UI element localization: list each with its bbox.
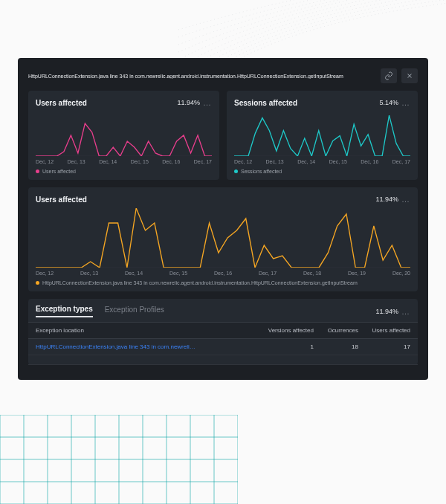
card-stat: 11.94%: [177, 99, 200, 106]
users-affected-wide-card: Users affected 11.94% … Dec, 12Dec, 13De…: [28, 187, 418, 291]
legend: Users affected: [36, 169, 212, 174]
cell-users: 17: [358, 343, 410, 350]
users-chart: [36, 112, 212, 156]
panel-title: HttpURLConnectionExtension.java line 343…: [28, 74, 376, 79]
xaxis-label: Dec, 17: [392, 159, 410, 164]
legend-dot: [234, 169, 238, 173]
xaxis-label: Dec, 20: [392, 271, 410, 276]
xaxis-label: Dec, 15: [329, 159, 347, 164]
card-more-button[interactable]: …: [401, 195, 410, 204]
tab-stat: 11.94%: [375, 308, 398, 315]
exception-location-link[interactable]: HttpURLConnectionExtension.java line 343…: [36, 343, 254, 350]
legend-label: Users affected: [42, 169, 76, 174]
legend: HttpURLConnectionExtension.java line 343…: [36, 280, 410, 285]
xaxis-label: Dec, 14: [297, 159, 315, 164]
xaxis-label: Dec, 18: [303, 271, 321, 276]
xaxis-label: Dec, 16: [361, 159, 378, 164]
panel-header: HttpURLConnectionExtension.java line 343…: [28, 68, 418, 83]
card-title: Users affected: [36, 196, 375, 204]
legend-label: HttpURLConnectionExtension.java line 343…: [42, 280, 358, 285]
link-button[interactable]: [381, 68, 397, 83]
cell-versions: 1: [254, 343, 314, 350]
xaxis-label: Dec, 13: [68, 159, 85, 164]
users-wide-chart: [36, 208, 410, 268]
legend-label: Sessions affected: [241, 169, 282, 174]
table-row[interactable]: HttpURLConnectionExtension.java line 343…: [28, 339, 418, 355]
xaxis-label: Dec, 12: [36, 159, 54, 164]
table-row: [28, 355, 418, 365]
col-header-occurrences: Ocurrences: [314, 327, 358, 334]
background-grid-decoration: [0, 415, 238, 504]
table-header: Exception location Versions affected Ocu…: [28, 322, 418, 339]
card-title: Users affected: [36, 99, 177, 107]
card-stat: 11.94%: [375, 196, 398, 203]
col-header-versions: Versions affected: [254, 327, 314, 334]
card-stat: 5.14%: [379, 99, 398, 106]
xaxis-label: Dec, 15: [131, 159, 149, 164]
xaxis-label: Dec, 15: [169, 271, 187, 276]
sessions-affected-card: Sessions affected 5.14% … Dec, 12Dec, 13…: [227, 91, 418, 180]
legend-dot: [36, 169, 39, 173]
exception-table-card: Exception types Exception Profiles 11.94…: [28, 299, 418, 365]
col-header-location: Exception location: [36, 327, 254, 334]
legend-dot: [36, 281, 39, 285]
close-icon: [406, 72, 413, 80]
xaxis-label: Dec, 12: [234, 159, 252, 164]
xaxis-label: Dec, 17: [194, 159, 212, 164]
card-more-button[interactable]: …: [401, 307, 410, 316]
link-icon: [384, 71, 393, 80]
xaxis-label: Dec, 13: [266, 159, 284, 164]
xaxis-label: Dec, 14: [99, 159, 117, 164]
dashboard-panel: HttpURLConnectionExtension.java line 343…: [18, 58, 428, 380]
xaxis-label: Dec, 13: [80, 271, 98, 276]
xaxis-label: Dec, 14: [125, 271, 143, 276]
close-button[interactable]: [401, 68, 418, 83]
legend: Sessions affected: [234, 169, 410, 174]
xaxis: Dec, 12Dec, 13Dec, 14Dec, 15Dec, 16Dec, …: [36, 159, 212, 164]
xaxis-label: Dec, 16: [162, 159, 180, 164]
card-title: Sessions affected: [234, 99, 379, 107]
users-affected-card: Users affected 11.94% … Dec, 12Dec, 13De…: [28, 91, 219, 180]
xaxis-label: Dec, 16: [214, 271, 232, 276]
tab-exception-profiles[interactable]: Exception Profiles: [105, 306, 164, 317]
xaxis-label: Dec, 17: [259, 271, 277, 276]
xaxis: Dec, 12Dec, 13Dec, 14Dec, 15Dec, 16Dec, …: [234, 159, 410, 164]
sessions-chart: [234, 112, 410, 156]
col-header-users: Users affected: [358, 327, 410, 334]
xaxis-label: Dec, 19: [348, 271, 366, 276]
cell-occurrences: 18: [314, 343, 358, 350]
card-more-button[interactable]: …: [203, 98, 212, 107]
tab-exception-types[interactable]: Exception types: [36, 305, 93, 317]
card-more-button[interactable]: …: [401, 98, 410, 107]
tabs: Exception types Exception Profiles 11.94…: [28, 299, 418, 322]
xaxis: Dec, 12Dec, 13Dec, 14Dec, 15Dec, 16Dec, …: [36, 271, 410, 276]
xaxis-label: Dec, 12: [36, 271, 54, 276]
